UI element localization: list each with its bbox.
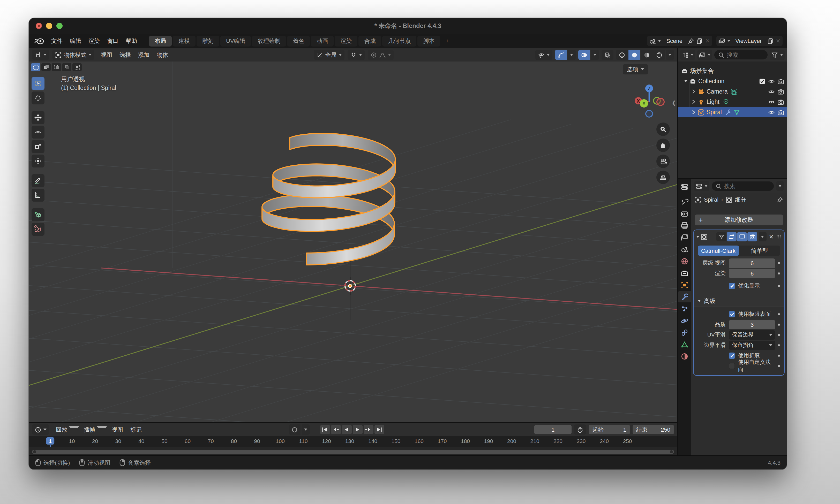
mode-selector[interactable]: 物体模式 — [52, 50, 94, 60]
properties-tab-world[interactable] — [678, 255, 691, 267]
row-scene-collection[interactable]: 场景集合 — [678, 66, 787, 76]
remove-modifier-button[interactable]: ✕ — [768, 233, 774, 240]
properties-tab-collection[interactable] — [678, 267, 691, 278]
animate-dot[interactable] — [775, 355, 782, 357]
new-viewlayer-icon[interactable] — [767, 37, 774, 44]
show-gizmo-toggle[interactable] — [555, 50, 567, 60]
hide-eye-icon[interactable] — [768, 109, 775, 115]
cursor-tool-button[interactable] — [32, 91, 45, 104]
disable-render-icon[interactable] — [777, 98, 784, 105]
render-display-toggle[interactable] — [748, 232, 757, 241]
modifier-panel-header[interactable]: ✕ — [694, 230, 784, 244]
workspace-tab-6[interactable]: 动画 — [311, 35, 334, 46]
expand-chevron-icon[interactable] — [684, 80, 687, 82]
properties-search[interactable]: 搜索 — [712, 181, 774, 191]
overlays-dropdown[interactable] — [591, 50, 599, 60]
workspace-tab-0[interactable]: 布局 — [149, 35, 172, 46]
workspace-tab-8[interactable]: 合成 — [359, 35, 382, 46]
item-label[interactable]: Spiral — [706, 109, 722, 115]
levels-viewport-field[interactable]: 6 — [729, 258, 775, 268]
add-cube-tool-button[interactable] — [32, 208, 45, 221]
outliner-filter[interactable] — [770, 50, 785, 60]
timeline-editor-type-button[interactable] — [32, 425, 49, 435]
transform-orientation[interactable]: 全局 — [314, 50, 344, 60]
blender-logo-icon[interactable] — [34, 37, 45, 45]
pan-hand-button[interactable] — [657, 139, 670, 152]
shading-solid-button[interactable] — [628, 50, 640, 60]
hide-eye-icon[interactable] — [768, 98, 775, 105]
move-tool-button[interactable] — [32, 111, 45, 124]
shading-wireframe-button[interactable] — [616, 50, 628, 60]
zoom-window-button[interactable] — [56, 23, 63, 29]
animate-dot[interactable] — [775, 324, 782, 326]
menu-3[interactable]: 窗口 — [103, 37, 122, 45]
scene-name[interactable]: Scene — [663, 38, 685, 44]
properties-tab-view-layer[interactable] — [678, 232, 691, 243]
xray-toggle[interactable] — [601, 50, 613, 60]
timeline-menu-2[interactable]: 视图 — [108, 426, 127, 433]
optimal-display-checkbox[interactable]: 优化显示 — [729, 281, 775, 291]
viewlayer-selector[interactable]: ViewLayer ✕ — [716, 36, 783, 46]
viewport-menu-1[interactable]: 选择 — [116, 51, 135, 59]
modifier-extras-dropdown[interactable] — [759, 232, 766, 241]
row-camera[interactable]: Camera — [678, 86, 787, 97]
menu-0[interactable]: 文件 — [48, 37, 66, 45]
hide-eye-icon[interactable] — [768, 78, 775, 85]
exclude-checkbox[interactable] — [759, 78, 766, 85]
animate-dot[interactable] — [775, 313, 782, 315]
shading-dropdown[interactable] — [666, 50, 674, 60]
workspace-tab-1[interactable]: 建模 — [173, 35, 195, 46]
play-reverse-button[interactable] — [342, 425, 351, 434]
animate-dot[interactable] — [775, 285, 782, 287]
disable-render-icon[interactable] — [777, 109, 784, 115]
select-invert-button[interactable] — [62, 63, 71, 71]
pin-icon[interactable] — [688, 37, 695, 44]
add-workspace-button[interactable]: + — [441, 36, 453, 46]
uv-smooth-dropdown[interactable]: 保留边界 — [729, 330, 775, 340]
properties-tab-data[interactable] — [678, 339, 691, 350]
expand-chevron-icon[interactable] — [692, 89, 696, 94]
knife-tool-button[interactable] — [32, 223, 45, 236]
frame-start-field[interactable]: 起始 1 — [589, 425, 630, 434]
outliner-editor-type-button[interactable] — [680, 50, 695, 60]
viewport-menu-2[interactable]: 添加 — [135, 51, 153, 59]
playhead[interactable]: 1 — [46, 437, 54, 445]
type-simple[interactable]: 简单型 — [739, 246, 780, 256]
viewport-menu-3[interactable]: 物体 — [153, 51, 172, 59]
drag-handle-icon[interactable] — [776, 234, 782, 239]
play-button[interactable] — [352, 425, 362, 434]
properties-tab-tool[interactable] — [678, 196, 691, 207]
timeline-scrollbar[interactable] — [32, 449, 674, 454]
properties-editor-selector[interactable] — [678, 181, 691, 192]
item-label[interactable]: Camera — [706, 88, 728, 95]
spiral-object[interactable] — [262, 133, 395, 265]
show-overlays-toggle[interactable] — [578, 50, 590, 60]
viewport-3d[interactable]: 用户透视 (1) Collection | Spiral 选项 Z X Y — [29, 61, 677, 422]
advanced-subpanel-header[interactable]: 高级 — [694, 295, 784, 307]
timeline-menu-1[interactable]: 插帧 — [80, 426, 99, 433]
options-button[interactable]: 选项 — [623, 64, 648, 74]
item-label[interactable]: Collection — [698, 78, 724, 84]
jump-to-end-button[interactable] — [374, 425, 384, 434]
shading-rendered-button[interactable] — [653, 50, 665, 60]
use-preview-range-toggle[interactable] — [574, 425, 586, 435]
proportional-editing[interactable] — [368, 50, 393, 60]
on-cage-toggle[interactable] — [727, 232, 737, 241]
properties-tab-constraints[interactable] — [678, 327, 691, 338]
region-collapse-arrow[interactable]: ❮ — [672, 100, 676, 105]
snapping-control[interactable] — [347, 50, 364, 60]
timeline-menu-0[interactable]: 回放 — [52, 426, 71, 433]
viewport-menu-0[interactable]: 视图 — [97, 51, 116, 59]
frame-end-field[interactable]: 结束 250 — [633, 425, 674, 434]
auto-keying-toggle[interactable] — [288, 425, 300, 435]
animate-dot[interactable] — [775, 344, 782, 346]
shading-material-button[interactable] — [641, 50, 653, 60]
workspace-tab-2[interactable]: 雕刻 — [196, 35, 219, 46]
timeline-menu-3[interactable]: 标记 — [127, 426, 145, 433]
new-scene-icon[interactable] — [697, 37, 703, 44]
row-spiral-selected[interactable]: Spiral — [678, 107, 787, 118]
measure-tool-button[interactable] — [32, 189, 45, 202]
select-subtract-button[interactable] — [52, 63, 61, 71]
editor-type-button[interactable] — [32, 50, 49, 60]
select-set-button[interactable] — [31, 63, 40, 71]
